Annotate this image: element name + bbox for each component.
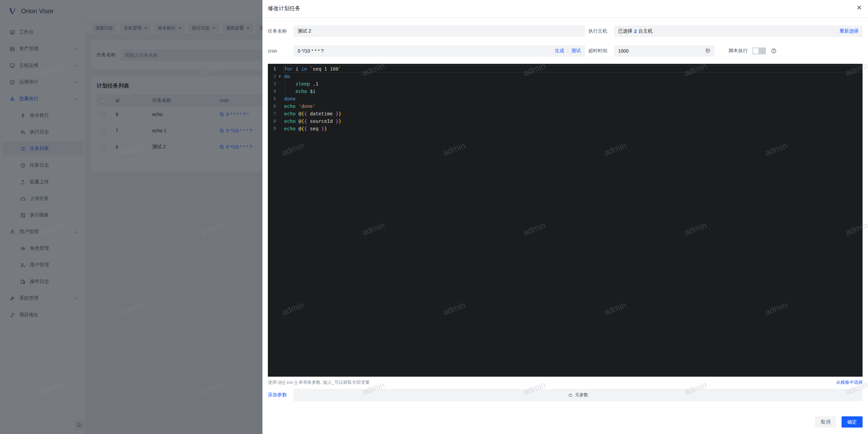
cron-test-link[interactable]: 测试 bbox=[571, 48, 581, 54]
modal-footer: 取消 确定 bbox=[262, 416, 868, 434]
exec-host-label: 执行主机 bbox=[588, 28, 609, 34]
line-number: 7 bbox=[268, 110, 276, 117]
cron-field: 生成 测试 bbox=[294, 45, 585, 57]
code-text: echo @{{ seq }} bbox=[283, 125, 327, 132]
line-number: 1 bbox=[268, 65, 276, 73]
no-params-empty-state: 无参数 bbox=[294, 389, 863, 401]
code-text: do bbox=[283, 73, 290, 80]
editor-line: 8echo @{{ sourceId }} bbox=[268, 117, 863, 125]
code-text: sleep .1 bbox=[283, 80, 318, 88]
host-selected-suffix: 台主机 bbox=[638, 28, 653, 34]
code-text: echo 'done' bbox=[283, 102, 316, 110]
task-name-label: 任务名称 bbox=[268, 28, 289, 34]
divider bbox=[568, 49, 568, 53]
select-from-template-link[interactable]: 从模板中选择 bbox=[836, 379, 863, 385]
editor-line: 1for i in `seq 1 100` bbox=[268, 65, 863, 73]
code-text: for i in `seq 1 100` bbox=[283, 65, 341, 73]
editor-line: 9echo @{{ seq }} bbox=[268, 125, 863, 132]
line-number: 9 bbox=[268, 125, 276, 132]
cron-generate-link[interactable]: 生成 bbox=[555, 48, 564, 54]
modal-title: 修改计划任务 bbox=[268, 5, 300, 12]
host-selected-count: 2 bbox=[634, 29, 637, 34]
editor-line: 3 sleep .1 bbox=[268, 80, 863, 88]
line-number: 8 bbox=[268, 117, 276, 125]
script-exec-toggle[interactable] bbox=[752, 48, 766, 54]
editor-line: 2∨do bbox=[268, 73, 863, 80]
timeout-unit: 秒 bbox=[706, 48, 710, 54]
host-selected-prefix: 已选择 bbox=[618, 28, 632, 34]
help-icon[interactable] bbox=[771, 48, 777, 54]
screen: Orion Visor 工作台资产管理主机运维运维审计批量执行命令执行执行日志任… bbox=[0, 0, 868, 434]
code-text: echo @{{ sourceId }} bbox=[283, 117, 341, 125]
timeout-label: 超时时间 bbox=[588, 48, 609, 54]
cancel-button[interactable]: 取消 bbox=[815, 416, 836, 428]
no-params-text: 无参数 bbox=[575, 392, 588, 398]
script-code-editor[interactable]: 1for i in `seq 1 100`2∨do3 sleep .14 ech… bbox=[268, 64, 863, 377]
fold-chevron-icon[interactable]: ∨ bbox=[276, 73, 283, 80]
timeout-field: 秒 bbox=[614, 45, 714, 57]
line-number: 2 bbox=[268, 73, 276, 80]
empty-icon bbox=[568, 393, 573, 398]
editor-line: 6echo 'done' bbox=[268, 102, 863, 110]
modal-body: 任务名称 执行主机 已选择 2 台主机 重新选择 bbox=[268, 18, 863, 416]
editor-line: 7echo @{{ datetime }} bbox=[268, 110, 863, 117]
confirm-button[interactable]: 确定 bbox=[842, 416, 863, 428]
editor-line: 4 echo $i bbox=[268, 88, 863, 95]
line-number: 5 bbox=[268, 95, 276, 102]
toggle-knob bbox=[753, 48, 758, 54]
exec-host-field: 已选择 2 台主机 重新选择 bbox=[614, 25, 863, 37]
task-name-field bbox=[294, 25, 585, 37]
add-param-link[interactable]: 添加参数 bbox=[268, 392, 289, 398]
line-number: 3 bbox=[268, 80, 276, 88]
code-text: echo $i bbox=[283, 88, 316, 95]
line-number: 4 bbox=[268, 88, 276, 95]
param-hint-text: 使用 @{{ xxx }} 来替换参数, 输入_可以获取全部变量 bbox=[268, 379, 370, 385]
close-icon[interactable]: ✕ bbox=[856, 4, 862, 11]
timeout-input[interactable] bbox=[618, 48, 706, 54]
code-text: done bbox=[283, 95, 296, 102]
task-name-input[interactable] bbox=[298, 29, 581, 34]
reselect-hosts-link[interactable]: 重新选择 bbox=[840, 28, 859, 34]
script-exec-label: 脚本执行 bbox=[729, 48, 748, 54]
cron-input[interactable] bbox=[298, 48, 555, 54]
modal-header: 修改计划任务 bbox=[262, 0, 868, 18]
editor-line: 5done bbox=[268, 95, 863, 102]
code-text: echo @{{ datetime }} bbox=[283, 110, 341, 117]
cron-label: cron bbox=[268, 48, 289, 54]
edit-schedule-task-modal: 修改计划任务 ✕ 任务名称 执行主机 已选择 2 台主机 重新选择 bbox=[262, 0, 868, 434]
line-number: 6 bbox=[268, 102, 276, 110]
